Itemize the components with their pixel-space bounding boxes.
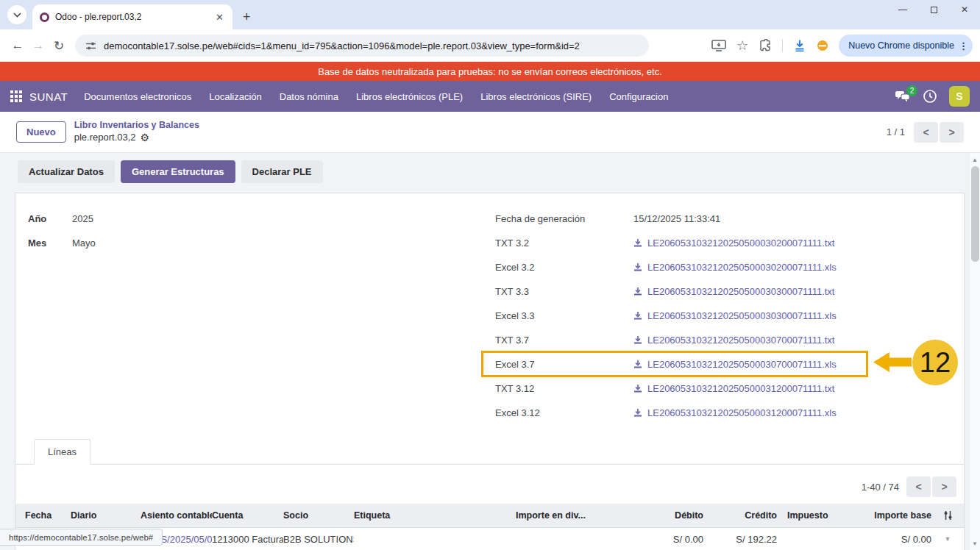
odoo-favicon-icon [40, 12, 49, 22]
file-download-link[interactable]: LE2060531032120250500031200071111.txt [633, 383, 834, 394]
file-download-link[interactable]: LE2060531032120250500030300071111.txt [633, 286, 834, 297]
year-field-value[interactable]: 2025 [72, 213, 93, 224]
file-row-xls-37-highlighted: Excel 3.7 LE2060531032120250500030700071… [495, 352, 837, 376]
status-bar-link: https://democontable17.solse.pe/web# [0, 529, 163, 546]
forward-button[interactable]: → [28, 38, 49, 53]
file-download-link[interactable]: LE2060531032120250500031200071111.xls [633, 407, 837, 418]
generation-date-value: 15/12/2025 11:33:41 [633, 213, 720, 224]
back-button[interactable]: ← [7, 38, 28, 53]
window-minimize-button[interactable]: — [887, 0, 918, 19]
vertical-scrollbar[interactable]: ▲ ▼ [969, 153, 980, 550]
record-pager-next-button[interactable]: > [940, 122, 964, 143]
tab-search-button[interactable] [7, 5, 26, 24]
menu-datos-nomina[interactable]: Datos nómina [280, 91, 338, 102]
menu-localizacion[interactable]: Localización [209, 91, 262, 102]
browser-menu-icon[interactable]: ⋮ [959, 40, 968, 51]
download-tray-icon [633, 385, 642, 393]
address-bar[interactable]: democontable17.solse.pe/web#cids=1&menu_… [75, 35, 649, 57]
file-name: LE2060531032120250500031200071111.xls [647, 407, 837, 418]
menu-configuracion[interactable]: Configuracion [609, 91, 668, 102]
tab-lineas[interactable]: Líneas [34, 439, 90, 465]
annotation-step-number: 12 [920, 347, 951, 379]
bookmark-star-icon[interactable]: ☆ [736, 39, 748, 52]
file-download-link[interactable]: LE2060531032120250500030200071111.xls [633, 262, 837, 273]
generation-date-label: Fecha de generación [495, 213, 633, 224]
column-header-importe-base[interactable]: Importe base [839, 510, 931, 521]
breadcrumb: Libro Inventarios y Balances ple.report.… [74, 120, 199, 144]
extension-badge-icon[interactable] [817, 40, 828, 51]
install-app-icon[interactable] [711, 40, 726, 51]
generar-estructuras-button[interactable]: Generar Estructuras [121, 160, 235, 183]
url-text: democontable17.solse.pe/web#cids=1&menu_… [104, 40, 580, 51]
window-close-button[interactable]: ✕ [949, 0, 980, 19]
statusbar-buttons: Actualizar Datos Generar Estructuras Dec… [18, 160, 323, 183]
column-header-credito[interactable]: Crédito [703, 510, 777, 521]
column-header-importe-divisa[interactable]: Importe en div... [516, 510, 626, 521]
activities-clock-icon[interactable] [923, 89, 937, 104]
scrollbar-down-arrow[interactable]: ▼ [970, 538, 980, 549]
column-header-etiqueta[interactable]: Etiqueta [354, 510, 516, 521]
file-label: Excel 3.12 [495, 407, 633, 418]
file-download-link[interactable]: LE2060531032120250500030200071111.txt [633, 238, 834, 249]
scrollbar-up-arrow[interactable]: ▲ [970, 154, 980, 165]
annotation-step-badge: 12 [912, 340, 958, 385]
messages-button[interactable]: 2 [895, 90, 911, 103]
download-tray-icon [633, 312, 642, 321]
file-name: LE2060531032120250500030200071111.txt [647, 238, 834, 249]
lines-pager-count: 1-40 / 74 [862, 482, 899, 493]
user-avatar[interactable]: S [949, 86, 970, 107]
optional-columns-icon[interactable] [942, 510, 954, 521]
app-brand[interactable]: SUNAT [29, 90, 68, 103]
menu-libros-sire[interactable]: Libros electrónicos (SIRE) [480, 91, 592, 102]
file-download-link[interactable]: LE2060531032120250500030700071111.txt [633, 335, 834, 346]
site-settings-icon [85, 41, 96, 51]
column-header-fecha[interactable]: Fecha [15, 510, 71, 521]
browser-window: Odoo - ple.report.03,2 ✕ + — ✕ ← → ↻ dem… [0, 0, 980, 550]
file-download-link[interactable]: LE2060531032120250500030700071111.xls [633, 359, 837, 370]
column-header-asiento[interactable]: Asiento contable [141, 510, 212, 521]
cell-socio: B2B SOLUTIONS ... [283, 534, 354, 545]
column-header-socio[interactable]: Socio [283, 510, 354, 521]
file-download-link[interactable]: LE2060531032120250500030300071111.xls [633, 310, 837, 321]
tab-close-icon[interactable]: ✕ [213, 12, 227, 23]
file-row-txt-37: TXT 3.7 LE206053103212025050003070007111… [495, 328, 837, 352]
column-header-impuesto[interactable]: Impuesto [777, 510, 839, 521]
reload-button[interactable]: ↻ [49, 38, 69, 53]
browser-tab[interactable]: Odoo - ple.report.03,2 ✕ [32, 4, 232, 29]
download-tray-icon [633, 263, 642, 272]
record-actions-gear-icon[interactable]: ⚙ [141, 132, 150, 145]
scrollbar-thumb[interactable] [971, 166, 979, 262]
menu-libros-ple[interactable]: Libros electrónicos (PLE) [356, 91, 463, 102]
record-pager-previous-button[interactable]: < [914, 122, 938, 143]
lines-pager-next-button[interactable]: > [932, 476, 956, 497]
month-field-value[interactable]: Mayo [72, 238, 96, 249]
window-controls: — ✕ [887, 0, 980, 29]
download-tray-icon [633, 336, 642, 345]
menu-documentos-electronicos[interactable]: Documentos electronicos [84, 91, 191, 102]
extensions-icon[interactable] [759, 39, 772, 52]
new-record-button[interactable]: Nuevo [16, 121, 66, 143]
download-tray-icon [633, 409, 642, 418]
apps-grid-icon[interactable] [10, 90, 22, 102]
file-name: LE2060531032120250500031200071111.txt [647, 383, 834, 394]
declarar-ple-button[interactable]: Declarar PLE [241, 160, 323, 183]
window-maximize-button[interactable] [918, 0, 949, 19]
row-dropdown-icon[interactable]: ▼ [931, 535, 964, 543]
chrome-update-label: Nuevo Chrome disponible [848, 40, 954, 51]
download-icon[interactable] [793, 39, 806, 52]
chrome-update-button[interactable]: Nuevo Chrome disponible ⋮ [839, 35, 973, 57]
file-row-xls-33: Excel 3.3 LE2060531032120250500030300071… [495, 304, 837, 328]
control-panel: Nuevo Libro Inventarios y Balances ple.r… [0, 112, 980, 153]
file-name: LE2060531032120250500030300071111.txt [647, 286, 834, 297]
breadcrumb-title[interactable]: Libro Inventarios y Balances [74, 120, 199, 132]
new-tab-button[interactable]: + [243, 10, 251, 24]
file-row-txt-33: TXT 3.3 LE206053103212025050003030007111… [495, 279, 837, 304]
column-header-cuenta[interactable]: Cuenta [212, 510, 283, 521]
column-header-debito[interactable]: Débito [626, 510, 703, 521]
browser-tab-strip: Odoo - ple.report.03,2 ✕ + — ✕ [0, 0, 980, 29]
cell-importe-base: S/ 0.00 [839, 534, 931, 545]
actualizar-datos-button[interactable]: Actualizar Datos [18, 160, 115, 183]
form-sheet: Año 2025 Mes Mayo Fecha de generación 15… [15, 193, 965, 550]
lines-pager-previous-button[interactable]: < [906, 476, 931, 497]
column-header-diario[interactable]: Diario [71, 510, 141, 521]
